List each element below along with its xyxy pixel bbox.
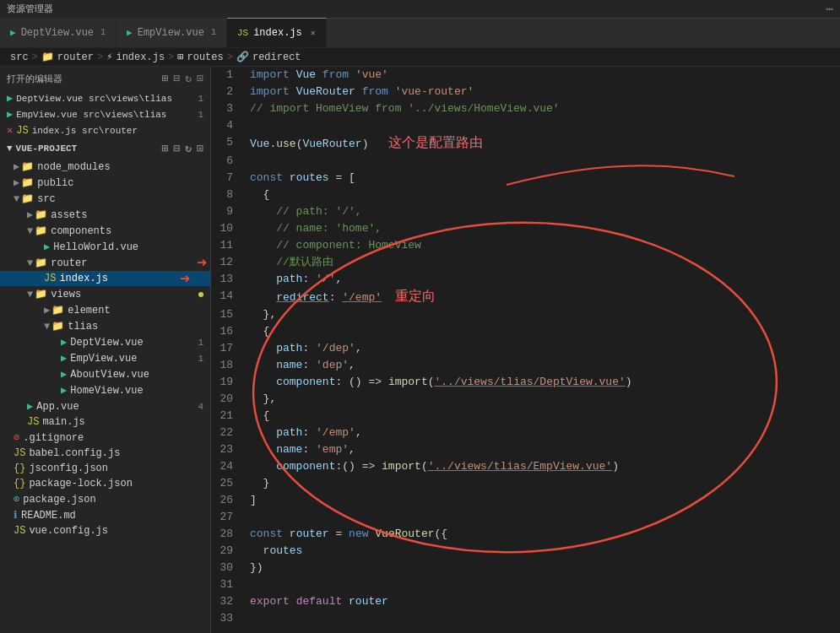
tree-router[interactable]: ▼ 📁 router ➜ [0, 255, 210, 271]
explorer-label: 资源管理器 [7, 3, 53, 15]
code-line-16: 16 { [211, 323, 840, 340]
tree-helloworld[interactable]: ▶ HelloWorld.vue [0, 239, 210, 255]
vue-icon: ▶ [27, 400, 33, 413]
new-file-icon2[interactable]: ⊞ [162, 142, 169, 155]
vue-icon: ▶ [61, 336, 67, 349]
code-line-26: 26 ] [211, 492, 840, 509]
tree-views[interactable]: ▼ 📁 views [0, 286, 210, 302]
bc-routes: routes [187, 51, 224, 63]
arrow-down-icon: ▼ [44, 321, 50, 333]
folder-icon: 📁 [35, 208, 47, 221]
tab-close-button[interactable]: ✕ [311, 28, 316, 38]
bc-redirect-icon: 🔗 [236, 51, 249, 63]
tree-packagelock[interactable]: {} package-lock.json [0, 476, 210, 491]
tree-jsconfig[interactable]: {} jsconfig.json [0, 461, 210, 476]
tree-src[interactable]: ▼ 📁 src [0, 191, 210, 207]
bc-folder-icon: 📁 [41, 51, 54, 63]
bc-indexjs: index.js [116, 51, 165, 63]
tab-label: EmpView.vue [138, 27, 204, 39]
code-line-19: 19 component: () => import('../views/tli… [211, 374, 840, 391]
refresh-icon2[interactable]: ↻ [185, 142, 192, 155]
code-line-24: 24 component:() => import('../views/tlia… [211, 458, 840, 475]
arrow-down-icon: ▼ [27, 289, 33, 300]
tree-node-modules[interactable]: ▶ 📁 node_modules [0, 159, 210, 175]
sidebar: 打开的编辑器 ⊞ ⊟ ↻ ⊡ ▶ DeptView.vue src\views\… [0, 67, 211, 633]
code-line-6: 6 [211, 153, 840, 170]
code-line-1: 1 import Vue from 'vue' [211, 67, 840, 84]
folder-icon: 📁 [35, 257, 47, 269]
arrow-down-icon: ▼ [27, 257, 33, 269]
project-icons: ⊞ ⊟ ↻ ⊡ [162, 142, 203, 155]
new-folder-icon2[interactable]: ⊟ [174, 142, 181, 155]
code-line-14: 14 redirect: '/emp' 重定向 [211, 288, 840, 306]
bc-src: src [10, 51, 29, 63]
chinese-note-redirect: 重定向 [395, 289, 436, 303]
code-line-10: 10 // name: 'home', [211, 220, 840, 237]
arrow-right-icon: ▶ [14, 176, 19, 189]
tree-indexjs[interactable]: JS index.js ➜ [0, 271, 210, 286]
tree-appvue[interactable]: ▶ App.vue 4 [0, 398, 210, 414]
tab-indexjs[interactable]: JS index.js ✕ [227, 18, 327, 47]
tree-packagejson[interactable]: ⊙ package.json [0, 491, 210, 507]
tree-assets[interactable]: ▶ 📁 assets [0, 207, 210, 223]
code-line-22: 22 path: '/emp', [211, 425, 840, 441]
open-editors-section: ▶ DeptView.vue src\views\tlias 1 ▶ EmpVi… [0, 90, 210, 138]
sidebar-title: 打开的编辑器 [7, 73, 62, 85]
arrow-right-icon: ▶ [27, 208, 33, 221]
code-line-11: 11 // component: HomeView [211, 237, 840, 254]
tab-empview[interactable]: ▶ EmpView.vue 1 [117, 18, 227, 47]
dot-badge [198, 292, 203, 297]
tree-empview[interactable]: ▶ EmpView.vue 1 [0, 350, 210, 366]
new-file-icon[interactable]: ⊞ [162, 72, 169, 85]
code-line-17: 17 path: '/dep', [211, 340, 840, 357]
bc-routes-icon: ⊞ [177, 51, 183, 63]
refresh-icon[interactable]: ↻ [185, 72, 192, 85]
code-line-32: 32 export default router [211, 593, 840, 610]
tab-deptview[interactable]: ▶ DeptView.vue 1 [0, 18, 117, 47]
vue-icon: ▶ [61, 352, 67, 365]
tree-components[interactable]: ▼ 📁 components [0, 223, 210, 239]
code-line-31: 31 [211, 576, 840, 593]
project-title[interactable]: ▼ VUE-PROJECT ⊞ ⊟ ↻ ⊡ [0, 138, 210, 159]
open-editors-indexjs[interactable]: ✕ JS index.js src\router [0, 122, 210, 138]
vue-icon: ▶ [7, 108, 13, 121]
code-line-33: 33 [211, 610, 840, 627]
tab-label: index.js [253, 27, 302, 39]
bc-file-icon: ⚡ [106, 51, 112, 63]
tree-deptview[interactable]: ▶ DeptView.vue 1 [0, 334, 210, 350]
code-editor[interactable]: 1 import Vue from 'vue' 2 import VueRout… [211, 67, 840, 633]
folder-icon: 📁 [51, 304, 64, 316]
tree-public[interactable]: ▶ 📁 public [0, 175, 210, 191]
tree-babel[interactable]: JS babel.config.js [0, 446, 210, 461]
code-line-3: 3 // import HomeView from '../views/Home… [211, 100, 840, 117]
tab-label: DeptView.vue [21, 27, 94, 39]
arrow-down-icon: ▼ [27, 225, 33, 237]
json-icon: {} [14, 478, 25, 490]
js-icon: JS [237, 28, 248, 38]
top-icon-1: ⋯ [826, 2, 833, 16]
collapse-icon[interactable]: ⊡ [197, 72, 203, 85]
bc-sep2: > [97, 51, 103, 63]
tree-tlias[interactable]: ▼ 📁 tlias [0, 318, 210, 334]
open-editors-DeptView[interactable]: ▶ DeptView.vue src\views\tlias 1 [0, 90, 210, 106]
tree-readme[interactable]: ℹ README.md [0, 507, 210, 523]
tree-homeview[interactable]: ▶ HomeView.vue [0, 382, 210, 398]
collapse-icon2[interactable]: ⊡ [197, 142, 203, 155]
vue-icon: ▶ [127, 27, 133, 38]
new-folder-icon[interactable]: ⊟ [174, 72, 181, 85]
js-icon: JS [27, 416, 39, 428]
open-editors-EmpView[interactable]: ▶ EmpView.vue src\views\tlias 1 [0, 106, 210, 122]
project-section: ▼ VUE-PROJECT ⊞ ⊟ ↻ ⊡ ▶ 📁 node_modules ▶… [0, 138, 210, 538]
tree-mainjs[interactable]: JS main.js [0, 414, 210, 430]
code-area: 1 import Vue from 'vue' 2 import VueRout… [211, 67, 840, 627]
tree-vueconfig[interactable]: JS vue.config.js [0, 523, 210, 538]
bc-sep4: > [227, 51, 233, 63]
main-layout: 打开的编辑器 ⊞ ⊟ ↻ ⊡ ▶ DeptView.vue src\views\… [0, 67, 840, 633]
code-line-25: 25 } [211, 475, 840, 492]
tree-aboutview[interactable]: ▶ AboutView.vue [0, 366, 210, 382]
tree-element[interactable]: ▶ 📁 element [0, 302, 210, 318]
project-name: VUE-PROJECT [16, 143, 78, 154]
code-line-30: 30 }) [211, 560, 840, 576]
code-line-18: 18 name: 'dep', [211, 357, 840, 374]
tree-gitignore[interactable]: ⊘ .gitignore [0, 430, 210, 446]
